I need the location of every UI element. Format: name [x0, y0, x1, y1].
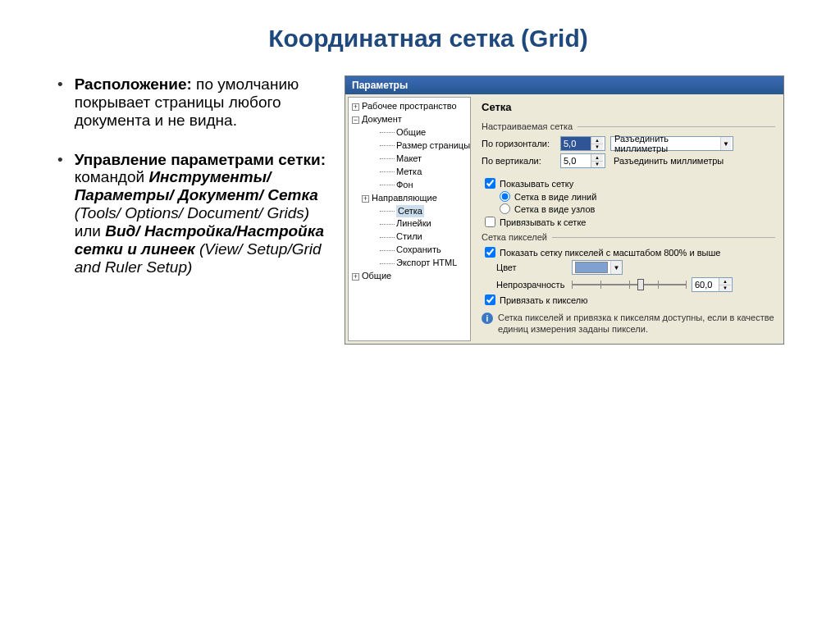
spin-down-icon[interactable]: ▼ — [591, 162, 603, 168]
vertical-value[interactable] — [561, 154, 591, 167]
dialog-titlebar: Параметры — [345, 76, 783, 94]
bullet-list: • Расположение: по умолчанию покрывает с… — [57, 75, 336, 345]
horizontal-units-combo[interactable]: Разъединить миллиметры▼ — [610, 136, 733, 151]
tree-node-label[interactable]: Метка — [350, 166, 468, 179]
panel-title: Сетка — [482, 101, 775, 113]
tree-node-styles[interactable]: Стили — [350, 231, 468, 244]
expand-icon[interactable]: + — [352, 103, 359, 111]
bullet-item: • Управление параметрами сетки: командой… — [57, 151, 336, 276]
spin-down-icon[interactable]: ▼ — [591, 144, 603, 151]
slide-title: Координатная сетка (Grid) — [57, 25, 799, 52]
info-icon: i — [482, 313, 493, 324]
options-dialog: Параметры +Рабочее пространство −Докумен… — [345, 75, 784, 345]
tree-node-layout[interactable]: Макет — [350, 153, 468, 166]
tree-node-export-html[interactable]: Экспорт HTML — [350, 257, 468, 270]
vertical-units-label: Разъединить миллиметры — [610, 156, 733, 166]
tree-node-workspace[interactable]: +Рабочее пространство — [350, 100, 468, 113]
opacity-value[interactable] — [692, 278, 719, 291]
spin-up-icon[interactable]: ▲ — [591, 137, 603, 144]
color-swatch — [575, 262, 608, 273]
tree-node-rulers[interactable]: Линейки — [350, 217, 468, 231]
expand-icon[interactable]: + — [362, 195, 369, 203]
label-horizontal: По горизонтали: — [482, 139, 555, 148]
vertical-spinner[interactable]: ▲▼ — [560, 153, 605, 168]
expand-icon[interactable]: + — [352, 273, 359, 281]
spin-down-icon[interactable]: ▼ — [719, 285, 731, 292]
bullet-mark: • — [57, 75, 63, 130]
group-pixel-grid: Сетка пикселей — [482, 232, 775, 242]
tree-node-page-size[interactable]: Размер страницы — [350, 139, 468, 153]
bullet-mark: • — [57, 151, 63, 276]
snap-to-pixel-checkbox[interactable]: Привязать к пикселю — [485, 294, 775, 305]
tree-node-document[interactable]: −Документ — [350, 113, 468, 126]
spin-up-icon[interactable]: ▲ — [591, 154, 603, 162]
tree-node-background[interactable]: Фон — [350, 179, 468, 192]
tree-node-grid[interactable]: Сетка — [350, 205, 468, 218]
chevron-down-icon[interactable]: ▼ — [720, 137, 731, 150]
slider-thumb[interactable] — [637, 279, 644, 290]
info-note: i Сетка пикселей и привязка к пикселям д… — [482, 312, 775, 336]
bullet-item: • Расположение: по умолчанию покрывает с… — [57, 75, 336, 130]
opacity-slider[interactable] — [572, 277, 687, 292]
horizontal-spinner[interactable]: ▲▼ — [560, 136, 605, 151]
tree-node-save[interactable]: Сохранить — [350, 244, 468, 257]
menu-path-ru: Вид/ Настройка/ — [105, 222, 236, 240]
grid-as-nodes-radio[interactable]: Сетка в виде узлов — [500, 203, 775, 214]
bullet-text: или — [75, 222, 106, 240]
group-custom-grid: Настраиваемая сетка — [482, 121, 775, 131]
label-opacity: Непрозрачность — [496, 280, 567, 290]
bullet-label: Управление параметрами сетки: — [75, 151, 326, 168]
snap-to-grid-checkbox[interactable]: Привязывать к сетке — [485, 217, 775, 227]
show-grid-checkbox[interactable]: Показывать сетку — [485, 178, 775, 189]
opacity-spinner[interactable]: ▲▼ — [692, 277, 733, 292]
tree-node-guidelines[interactable]: +Направляющие — [350, 192, 468, 205]
menu-path-en: (Tools/ Options/ Document/ Grids) — [75, 204, 310, 221]
bullet-label: Расположение: — [75, 75, 192, 93]
collapse-icon[interactable]: − — [352, 116, 359, 124]
show-pixel-grid-checkbox[interactable]: Показать сетку пикселей с масштабом 800%… — [485, 247, 775, 258]
bullet-text: командой — [75, 168, 149, 185]
label-color: Цвет — [496, 262, 567, 272]
label-vertical: По вертикали: — [482, 156, 555, 166]
options-tree[interactable]: +Рабочее пространство −Документ Общие Ра… — [348, 97, 471, 341]
horizontal-value[interactable] — [561, 137, 591, 150]
grid-as-lines-radio[interactable]: Сетка в виде линий — [500, 191, 775, 202]
color-picker[interactable]: ▼ — [572, 260, 623, 275]
tree-node-general[interactable]: Общие — [350, 126, 468, 139]
tree-node-global[interactable]: +Общие — [350, 270, 468, 283]
grid-panel: Сетка Настраиваемая сетка По горизонтали… — [473, 94, 783, 344]
spin-up-icon[interactable]: ▲ — [719, 278, 731, 285]
chevron-down-icon[interactable]: ▼ — [610, 261, 622, 274]
